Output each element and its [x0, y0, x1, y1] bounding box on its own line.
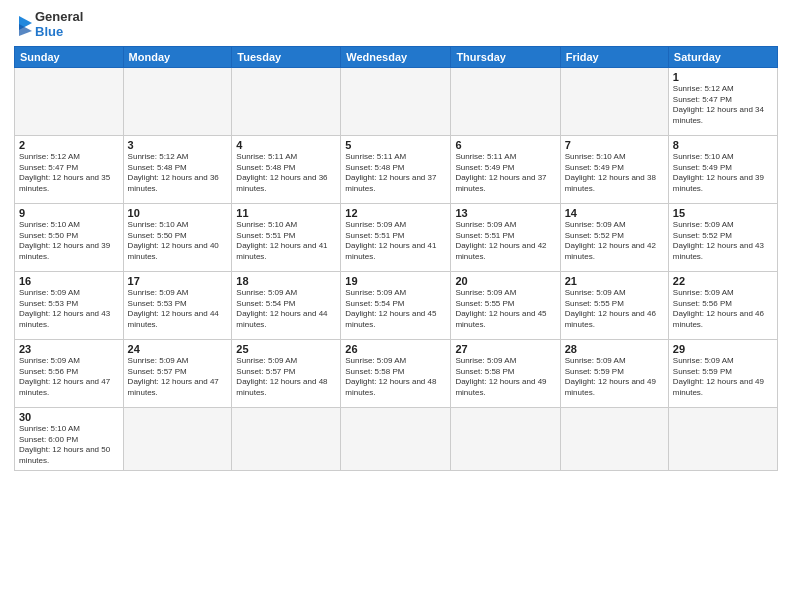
day-number: 8 — [673, 139, 773, 151]
calendar-header-thursday: Thursday — [451, 46, 560, 67]
day-info: Sunrise: 5:09 AMSunset: 5:56 PMDaylight:… — [19, 356, 119, 399]
calendar-week-3: 9Sunrise: 5:10 AMSunset: 5:50 PMDaylight… — [15, 203, 778, 271]
day-number: 13 — [455, 207, 555, 219]
calendar-cell: 14Sunrise: 5:09 AMSunset: 5:52 PMDayligh… — [560, 203, 668, 271]
day-info: Sunrise: 5:09 AMSunset: 5:56 PMDaylight:… — [673, 288, 773, 331]
calendar-cell: 22Sunrise: 5:09 AMSunset: 5:56 PMDayligh… — [668, 271, 777, 339]
calendar-cell: 2Sunrise: 5:12 AMSunset: 5:47 PMDaylight… — [15, 135, 124, 203]
day-number: 2 — [19, 139, 119, 151]
day-info: Sunrise: 5:09 AMSunset: 5:57 PMDaylight:… — [128, 356, 228, 399]
day-number: 18 — [236, 275, 336, 287]
calendar-cell: 25Sunrise: 5:09 AMSunset: 5:57 PMDayligh… — [232, 339, 341, 407]
page: General Blue SundayMondayTuesdayWednesda… — [0, 0, 792, 612]
day-info: Sunrise: 5:09 AMSunset: 5:52 PMDaylight:… — [673, 220, 773, 263]
calendar-header-tuesday: Tuesday — [232, 46, 341, 67]
day-number: 17 — [128, 275, 228, 287]
day-number: 28 — [565, 343, 664, 355]
day-info: Sunrise: 5:10 AMSunset: 5:51 PMDaylight:… — [236, 220, 336, 263]
calendar-cell: 29Sunrise: 5:09 AMSunset: 5:59 PMDayligh… — [668, 339, 777, 407]
calendar-cell — [123, 407, 232, 470]
calendar-cell: 21Sunrise: 5:09 AMSunset: 5:55 PMDayligh… — [560, 271, 668, 339]
calendar-cell: 16Sunrise: 5:09 AMSunset: 5:53 PMDayligh… — [15, 271, 124, 339]
calendar-cell: 6Sunrise: 5:11 AMSunset: 5:49 PMDaylight… — [451, 135, 560, 203]
calendar-cell — [560, 407, 668, 470]
calendar-cell: 8Sunrise: 5:10 AMSunset: 5:49 PMDaylight… — [668, 135, 777, 203]
day-info: Sunrise: 5:09 AMSunset: 5:58 PMDaylight:… — [345, 356, 446, 399]
day-number: 6 — [455, 139, 555, 151]
day-number: 30 — [19, 411, 119, 423]
day-number: 16 — [19, 275, 119, 287]
day-info: Sunrise: 5:12 AMSunset: 5:48 PMDaylight:… — [128, 152, 228, 195]
calendar-week-1: 1Sunrise: 5:12 AMSunset: 5:47 PMDaylight… — [15, 67, 778, 135]
calendar-cell: 30Sunrise: 5:10 AMSunset: 6:00 PMDayligh… — [15, 407, 124, 470]
day-number: 24 — [128, 343, 228, 355]
day-number: 29 — [673, 343, 773, 355]
day-info: Sunrise: 5:09 AMSunset: 5:51 PMDaylight:… — [455, 220, 555, 263]
day-info: Sunrise: 5:09 AMSunset: 5:52 PMDaylight:… — [565, 220, 664, 263]
logo-container: General Blue — [14, 10, 83, 40]
day-number: 1 — [673, 71, 773, 83]
day-number: 7 — [565, 139, 664, 151]
calendar-cell — [232, 67, 341, 135]
day-number: 10 — [128, 207, 228, 219]
calendar-week-4: 16Sunrise: 5:09 AMSunset: 5:53 PMDayligh… — [15, 271, 778, 339]
day-number: 21 — [565, 275, 664, 287]
calendar-header-friday: Friday — [560, 46, 668, 67]
header: General Blue — [14, 10, 778, 40]
day-info: Sunrise: 5:09 AMSunset: 5:54 PMDaylight:… — [345, 288, 446, 331]
day-number: 3 — [128, 139, 228, 151]
calendar-cell: 18Sunrise: 5:09 AMSunset: 5:54 PMDayligh… — [232, 271, 341, 339]
day-number: 27 — [455, 343, 555, 355]
logo-text: General Blue — [35, 10, 83, 40]
calendar-cell — [560, 67, 668, 135]
calendar-cell: 15Sunrise: 5:09 AMSunset: 5:52 PMDayligh… — [668, 203, 777, 271]
day-info: Sunrise: 5:09 AMSunset: 5:54 PMDaylight:… — [236, 288, 336, 331]
calendar-cell: 23Sunrise: 5:09 AMSunset: 5:56 PMDayligh… — [15, 339, 124, 407]
calendar-table: SundayMondayTuesdayWednesdayThursdayFrid… — [14, 46, 778, 471]
day-info: Sunrise: 5:09 AMSunset: 5:51 PMDaylight:… — [345, 220, 446, 263]
day-number: 20 — [455, 275, 555, 287]
calendar-cell — [341, 407, 451, 470]
day-info: Sunrise: 5:11 AMSunset: 5:49 PMDaylight:… — [455, 152, 555, 195]
calendar-cell — [451, 407, 560, 470]
day-info: Sunrise: 5:10 AMSunset: 5:50 PMDaylight:… — [128, 220, 228, 263]
day-number: 25 — [236, 343, 336, 355]
calendar-cell: 17Sunrise: 5:09 AMSunset: 5:53 PMDayligh… — [123, 271, 232, 339]
logo-icon — [14, 14, 32, 36]
calendar-cell: 26Sunrise: 5:09 AMSunset: 5:58 PMDayligh… — [341, 339, 451, 407]
calendar-cell: 3Sunrise: 5:12 AMSunset: 5:48 PMDaylight… — [123, 135, 232, 203]
calendar-cell: 27Sunrise: 5:09 AMSunset: 5:58 PMDayligh… — [451, 339, 560, 407]
calendar-cell: 19Sunrise: 5:09 AMSunset: 5:54 PMDayligh… — [341, 271, 451, 339]
day-number: 5 — [345, 139, 446, 151]
calendar-cell: 5Sunrise: 5:11 AMSunset: 5:48 PMDaylight… — [341, 135, 451, 203]
calendar-header-row: SundayMondayTuesdayWednesdayThursdayFrid… — [15, 46, 778, 67]
day-info: Sunrise: 5:10 AMSunset: 5:49 PMDaylight:… — [565, 152, 664, 195]
calendar-cell: 24Sunrise: 5:09 AMSunset: 5:57 PMDayligh… — [123, 339, 232, 407]
day-info: Sunrise: 5:09 AMSunset: 5:59 PMDaylight:… — [673, 356, 773, 399]
logo: General Blue — [14, 10, 83, 40]
calendar-header-monday: Monday — [123, 46, 232, 67]
calendar-cell — [15, 67, 124, 135]
day-number: 12 — [345, 207, 446, 219]
day-info: Sunrise: 5:11 AMSunset: 5:48 PMDaylight:… — [345, 152, 446, 195]
day-info: Sunrise: 5:09 AMSunset: 5:58 PMDaylight:… — [455, 356, 555, 399]
day-info: Sunrise: 5:12 AMSunset: 5:47 PMDaylight:… — [673, 84, 773, 127]
calendar-cell: 28Sunrise: 5:09 AMSunset: 5:59 PMDayligh… — [560, 339, 668, 407]
calendar-header-wednesday: Wednesday — [341, 46, 451, 67]
day-number: 9 — [19, 207, 119, 219]
day-number: 14 — [565, 207, 664, 219]
day-number: 22 — [673, 275, 773, 287]
calendar-header-saturday: Saturday — [668, 46, 777, 67]
calendar-cell — [668, 407, 777, 470]
day-number: 4 — [236, 139, 336, 151]
calendar-week-5: 23Sunrise: 5:09 AMSunset: 5:56 PMDayligh… — [15, 339, 778, 407]
calendar-cell: 11Sunrise: 5:10 AMSunset: 5:51 PMDayligh… — [232, 203, 341, 271]
calendar-cell: 9Sunrise: 5:10 AMSunset: 5:50 PMDaylight… — [15, 203, 124, 271]
day-info: Sunrise: 5:10 AMSunset: 5:49 PMDaylight:… — [673, 152, 773, 195]
day-info: Sunrise: 5:09 AMSunset: 5:59 PMDaylight:… — [565, 356, 664, 399]
day-info: Sunrise: 5:09 AMSunset: 5:57 PMDaylight:… — [236, 356, 336, 399]
calendar-header-sunday: Sunday — [15, 46, 124, 67]
calendar-cell — [341, 67, 451, 135]
calendar-cell — [451, 67, 560, 135]
day-number: 11 — [236, 207, 336, 219]
